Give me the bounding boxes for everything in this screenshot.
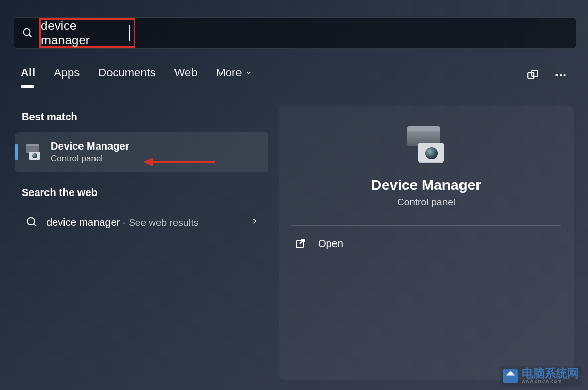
- svg-point-7: [27, 218, 35, 225]
- tab-web[interactable]: Web: [174, 66, 198, 85]
- watermark-logo-icon: [503, 369, 518, 383]
- svg-point-0: [24, 29, 30, 36]
- svg-point-6: [563, 74, 565, 76]
- watermark-text: 电脑系统网: [522, 368, 579, 379]
- preview-title: Device Manager: [371, 177, 481, 193]
- section-best-match: Best match: [22, 111, 268, 123]
- results-list: Best match Device Manager Control panel …: [15, 106, 268, 380]
- watermark-url: www.dnxtw.com: [522, 379, 579, 384]
- tab-more[interactable]: More: [216, 66, 252, 85]
- search-input[interactable]: device manager: [41, 19, 129, 47]
- open-external-icon: [294, 237, 307, 250]
- filter-tabs: All Apps Documents Web More: [21, 66, 567, 85]
- svg-point-5: [560, 74, 562, 76]
- open-action[interactable]: Open: [291, 226, 561, 261]
- result-subtitle: Control panel: [51, 154, 129, 164]
- web-result-query: device manager: [46, 217, 120, 228]
- web-result-hint: - See web results: [120, 217, 198, 228]
- results-area: Best match Device Manager Control panel …: [15, 106, 574, 380]
- preview-subtitle: Control panel: [397, 197, 455, 208]
- section-search-web: Search the web: [22, 187, 268, 199]
- window-switch-icon[interactable]: [526, 69, 539, 82]
- search-icon: [21, 26, 35, 40]
- device-manager-icon-large: [403, 126, 450, 163]
- svg-point-4: [555, 74, 558, 76]
- svg-line-1: [29, 35, 32, 37]
- search-icon: [26, 216, 38, 229]
- search-highlight-annotation: device manager: [39, 18, 135, 48]
- search-bar[interactable]: device manager: [14, 17, 576, 49]
- best-match-result[interactable]: Device Manager Control panel: [15, 132, 268, 172]
- result-title: Device Manager: [51, 140, 129, 152]
- device-manager-icon: [24, 143, 42, 161]
- svg-rect-2: [528, 73, 534, 79]
- chevron-down-icon: [245, 69, 252, 76]
- tab-more-label: More: [216, 66, 242, 79]
- tab-documents[interactable]: Documents: [98, 66, 155, 85]
- result-text: Device Manager Control panel: [51, 140, 129, 164]
- svg-rect-3: [532, 70, 538, 76]
- tab-all[interactable]: All: [21, 66, 35, 85]
- text-cursor: [129, 25, 130, 41]
- chevron-right-icon: [251, 216, 258, 229]
- tab-apps[interactable]: Apps: [54, 66, 80, 85]
- web-result-text: device manager - See web results: [46, 217, 198, 229]
- more-options-icon[interactable]: [554, 69, 567, 82]
- open-label: Open: [318, 238, 343, 250]
- watermark: 电脑系统网 www.dnxtw.com: [500, 366, 582, 386]
- web-search-result[interactable]: device manager - See web results: [15, 208, 268, 237]
- svg-line-8: [34, 224, 36, 226]
- preview-pane: Device Manager Control panel Open: [279, 106, 574, 380]
